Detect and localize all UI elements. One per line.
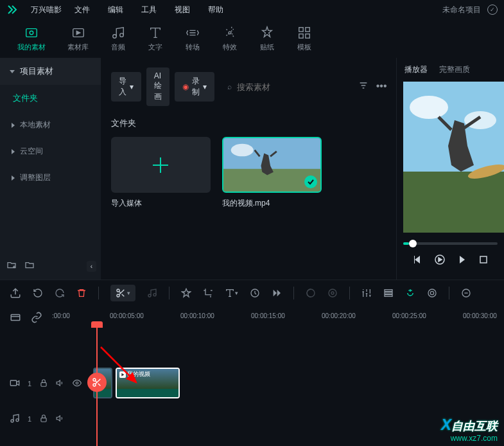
lock-icon[interactable] (39, 414, 48, 424)
timeline-toolbar: ▾ ▾ (0, 280, 504, 305)
marker-icon[interactable] (181, 288, 191, 298)
next-frame-button[interactable] (456, 254, 467, 267)
collapse-sidebar-button[interactable]: ‹ (87, 261, 96, 272)
chevron-right-icon (12, 123, 15, 128)
menu-file[interactable]: 文件 (74, 4, 90, 15)
playhead-handle[interactable] (91, 321, 103, 328)
undo-button[interactable] (33, 288, 43, 298)
timeline-layers-icon[interactable] (10, 312, 21, 326)
menu-edit[interactable]: 编辑 (108, 4, 123, 15)
audio-icon (110, 25, 126, 40)
link-icon[interactable] (427, 288, 437, 298)
svg-point-29 (329, 289, 336, 297)
main-toolbar: 我的素材 素材库 音频 文字 转场 特效 贴纸 模板 (0, 19, 504, 58)
progress-handle[interactable] (409, 240, 417, 247)
settings-icon[interactable] (327, 288, 338, 298)
watermark: X自由互联 www.xz7.com (441, 416, 498, 443)
tab-transition[interactable]: 转场 (177, 22, 208, 55)
search-input[interactable] (237, 82, 345, 92)
preview-video[interactable] (403, 82, 504, 233)
ai-draw-button[interactable]: AI绘画 (146, 67, 169, 106)
tab-stickers[interactable]: 贴纸 (252, 22, 282, 55)
visibility-icon[interactable] (73, 379, 82, 389)
sync-status-icon[interactable]: ✓ (487, 4, 498, 15)
mute-icon[interactable] (56, 379, 65, 389)
music-icon[interactable] (147, 288, 157, 298)
preview-progress[interactable] (403, 242, 498, 245)
menu-tools[interactable]: 工具 (141, 4, 157, 15)
text-tool-icon[interactable]: ▾ (225, 288, 238, 298)
tab-text[interactable]: 文字 (140, 22, 171, 55)
tab-my-media[interactable]: 我的素材 (10, 22, 53, 55)
sidebar: 项目素材 文件夹 本地素材 云空间 调整图层 (0, 58, 101, 280)
menu-bar: 文件 编辑 工具 视图 帮助 (74, 4, 223, 15)
import-media-tile[interactable]: 导入媒体 (111, 137, 211, 209)
record-button[interactable]: ◉ 录制 ▾ (175, 72, 214, 102)
track-icon[interactable] (383, 288, 394, 298)
crop-icon[interactable] (203, 288, 213, 298)
audio-track-icon[interactable] (10, 413, 20, 425)
folder-icon[interactable] (24, 260, 35, 272)
menu-view[interactable]: 视图 (175, 4, 190, 15)
zoom-out-icon[interactable] (461, 288, 471, 298)
filter-icon[interactable] (358, 80, 369, 93)
svg-point-25 (153, 293, 156, 296)
svg-rect-47 (41, 418, 46, 422)
play-button[interactable] (435, 254, 445, 267)
svg-rect-41 (10, 380, 16, 386)
svg-point-23 (117, 294, 119, 297)
svg-point-34 (430, 291, 433, 294)
svg-point-17 (410, 96, 448, 119)
audio-track: 1 (10, 403, 494, 435)
svg-rect-30 (385, 289, 392, 291)
redo-button[interactable] (55, 288, 65, 298)
sidebar-bottom: ‹ (0, 253, 103, 279)
speed-icon[interactable] (250, 288, 260, 298)
svg-rect-9 (306, 34, 309, 38)
svg-rect-21 (480, 256, 487, 263)
lock-icon[interactable] (39, 379, 48, 389)
tab-audio[interactable]: 音频 (103, 22, 134, 55)
svg-point-43 (76, 382, 78, 384)
timeline-clip-main[interactable]: 我的视频 (116, 368, 180, 398)
cut-marker-icon[interactable] (87, 373, 107, 392)
search-box[interactable]: ⌕ (220, 78, 353, 96)
magnet-icon[interactable] (405, 288, 415, 298)
clip-label: 我的视频 (119, 370, 150, 379)
sidebar-item-local[interactable]: 本地素材 (0, 112, 101, 138)
timeline-link-icon[interactable] (31, 312, 42, 326)
timeline-ruler[interactable]: :00:00 00:00:05:00 00:00:10:00 00:00:15:… (52, 312, 494, 325)
media-item-video[interactable]: 我的视频.mp4 (222, 137, 322, 209)
mixer-icon[interactable] (361, 288, 372, 298)
preview-tab-player[interactable]: 播放器 (404, 64, 428, 75)
split-button[interactable]: ▾ (110, 285, 135, 301)
svg-point-45 (11, 420, 13, 422)
sidebar-item-cloud[interactable]: 云空间 (0, 138, 101, 165)
delete-button[interactable] (76, 288, 87, 298)
video-track-icon[interactable] (10, 378, 20, 389)
svg-point-4 (120, 33, 124, 37)
more-icon[interactable]: ••• (376, 80, 387, 93)
tab-effects[interactable]: 特效 (214, 22, 245, 55)
mute-icon[interactable] (56, 414, 65, 424)
export-icon[interactable] (10, 287, 21, 299)
chevron-down-icon (10, 70, 15, 73)
new-folder-icon[interactable] (6, 260, 17, 272)
sidebar-header-project[interactable]: 项目素材 (0, 58, 101, 85)
template-icon (297, 25, 312, 40)
chevron-right-icon (12, 149, 15, 154)
color-icon[interactable] (306, 288, 316, 298)
tab-templates[interactable]: 模板 (289, 22, 320, 55)
tab-stock-media[interactable]: 素材库 (60, 22, 96, 55)
prev-frame-button[interactable] (413, 254, 423, 267)
menu-help[interactable]: 帮助 (208, 4, 223, 15)
svg-point-37 (93, 379, 96, 381)
sidebar-item-adjustment[interactable]: 调整图层 (0, 165, 101, 191)
sidebar-folder[interactable]: 文件夹 (0, 85, 101, 112)
preview-tab-quality[interactable]: 完整画质 (439, 64, 470, 75)
selected-check-icon (304, 175, 317, 188)
skip-icon[interactable] (272, 288, 282, 298)
import-button[interactable]: 导入 ▾ (111, 72, 141, 102)
stop-button[interactable] (478, 254, 489, 267)
svg-rect-32 (385, 294, 392, 296)
